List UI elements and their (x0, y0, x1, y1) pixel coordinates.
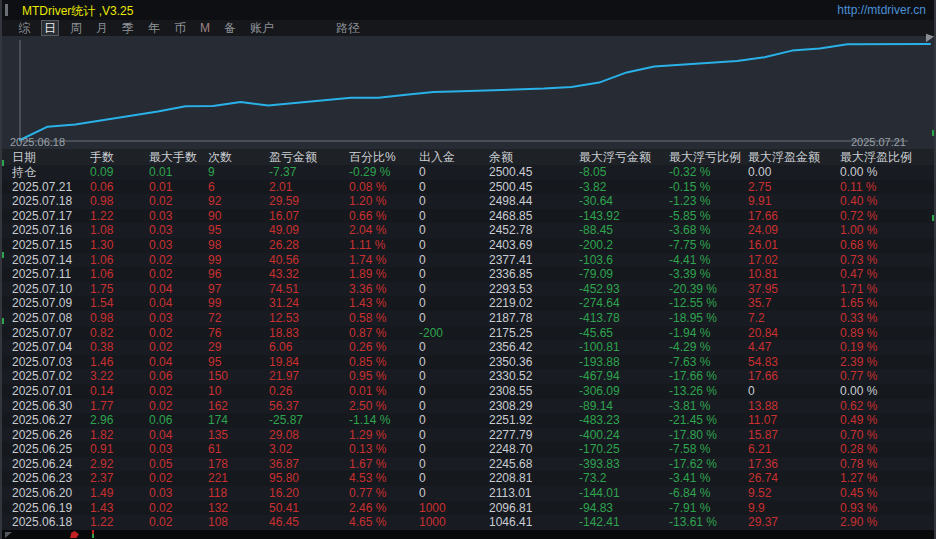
table-row[interactable]: 2025.07.180.980.029229.591.20 %02498.44-… (2, 194, 934, 209)
table-row[interactable]: 2025.07.031.460.049519.840.85 %02350.36-… (2, 355, 934, 370)
cell-pnl: 36.87 (269, 457, 349, 472)
table-row[interactable]: 2025.07.210.060.0162.010.08 %02500.45-3.… (2, 180, 934, 195)
cell-date: 2025.07.17 (12, 209, 90, 224)
cell-max-lots: 0.05 (149, 457, 208, 472)
menu-item-年[interactable]: 年 (146, 21, 162, 35)
daily-stats-table: 日期手数最大手数次数盈亏金额百分比%出入金余额最大浮亏金额最大浮亏比例最大浮盈金… (2, 149, 934, 530)
cell-max-float-profit: 11.07 (748, 413, 840, 428)
table-row[interactable]: 2025.06.261.820.0413529.081.29 %02277.79… (2, 428, 934, 443)
menu-item-日[interactable]: 日 (42, 21, 58, 35)
cell-date: 2025.06.27 (12, 413, 90, 428)
table-row[interactable]: 2025.07.070.820.027618.830.87 %-2002175.… (2, 326, 934, 341)
cell-balance: 2308.29 (489, 399, 579, 414)
menu-bar: 综日周月季年币M备账户 路径 (2, 20, 934, 36)
menu-item-周[interactable]: 周 (68, 21, 84, 35)
cell-max-float-profit: 26.74 (748, 471, 840, 486)
cell-date: 2025.07.16 (12, 223, 90, 238)
table-row[interactable]: 2025.07.023.220.0615021.970.95 %02330.52… (2, 369, 934, 384)
table-row[interactable]: 2025.06.201.490.0311816.200.77 %02113.01… (2, 486, 934, 501)
menu-item-账户[interactable]: 账户 (248, 21, 276, 35)
cell-max-float-profit: 54.83 (748, 355, 840, 370)
menu-item-月[interactable]: 月 (94, 21, 110, 35)
cell-percent: 0.77 % (349, 486, 419, 501)
cell-max-float-profit-pct: 0.62 % (840, 399, 936, 414)
cell-date: 2025.06.30 (12, 399, 90, 414)
website-link[interactable]: http://mtdriver.cn (837, 3, 926, 17)
cell-deposit: 0 (419, 413, 489, 428)
cell-max-float-profit-pct: 0.72 % (840, 209, 936, 224)
menu-item-季[interactable]: 季 (120, 21, 136, 35)
cell-percent: 2.50 % (349, 399, 419, 414)
menu-item-M[interactable]: M (198, 21, 212, 35)
menu-item-path[interactable]: 路径 (334, 21, 362, 35)
table-row[interactable]: 2025.06.232.370.0222195.804.53 %02208.81… (2, 471, 934, 486)
table-row[interactable]: 2025.07.010.140.02100.260.01 %02308.55-3… (2, 384, 934, 399)
cell-lots: 1.46 (90, 355, 149, 370)
cell-date: 2025.06.23 (12, 471, 90, 486)
table-row[interactable]: 2025.07.111.060.029643.321.89 %02336.85-… (2, 267, 934, 282)
cell-deposit: -200 (419, 326, 489, 341)
cell-trades: 76 (208, 326, 269, 341)
table-row[interactable]: 2025.06.181.220.0210846.454.65 %10001046… (2, 515, 934, 530)
cell-max-lots: 0.02 (149, 326, 208, 341)
cell-max-float-profit-pct: 1.65 % (840, 296, 936, 311)
table-row[interactable]: 2025.06.301.770.0216256.372.50 %02308.29… (2, 399, 934, 414)
table-row[interactable]: 2025.06.242.920.0517836.871.67 %02245.68… (2, 457, 934, 472)
cell-deposit: 0 (419, 355, 489, 370)
cell-pnl: 12.53 (269, 311, 349, 326)
equity-chart-panel: 2025.06.18 2025.07.21 (2, 36, 934, 149)
menu-item-币[interactable]: 币 (172, 21, 188, 35)
cell-balance: 2251.92 (489, 413, 579, 428)
menu-item-备[interactable]: 备 (222, 21, 238, 35)
cell-max-float-profit: 0.00 (748, 165, 840, 180)
cell-balance: 2377.41 (489, 253, 579, 268)
cell-max-float-profit-pct: 0.47 % (840, 267, 936, 282)
menu-item-综[interactable]: 综 (16, 21, 32, 35)
cell-pnl: 0.26 (269, 384, 349, 399)
cell-max-lots: 0.03 (149, 223, 208, 238)
cell-percent: -0.29 % (349, 165, 419, 180)
cell-date: 2025.06.18 (12, 515, 90, 530)
cell-percent: 1.74 % (349, 253, 419, 268)
cell-max-float-loss: -94.83 (579, 501, 669, 516)
cell-trades: 174 (208, 413, 269, 428)
table-row[interactable]: 2025.07.141.060.029940.561.74 %02377.41-… (2, 253, 934, 268)
cell-max-float-loss: -8.05 (579, 165, 669, 180)
cell-trades: 132 (208, 501, 269, 516)
table-row[interactable]: 2025.06.250.910.03613.020.13 %02248.70-1… (2, 442, 934, 457)
cell-lots: 1.77 (90, 399, 149, 414)
table-row[interactable]: 2025.07.151.300.039826.281.11 %02403.69-… (2, 238, 934, 253)
cell-max-float-loss: -200.2 (579, 238, 669, 253)
table-row[interactable]: 2025.07.080.980.037212.530.58 %02187.78-… (2, 311, 934, 326)
cell-lots: 2.96 (90, 413, 149, 428)
cell-lots: 1.22 (90, 515, 149, 530)
cell-max-float-profit-pct: 2.90 % (840, 515, 936, 530)
cell-max-lots: 0.03 (149, 311, 208, 326)
cell-balance: 2336.85 (489, 267, 579, 282)
table-row[interactable]: 2025.07.040.380.02296.060.26 %02356.42-1… (2, 340, 934, 355)
table-row[interactable]: 2025.06.191.430.0213250.412.46 %10002096… (2, 501, 934, 516)
cell-deposit: 0 (419, 238, 489, 253)
table-row[interactable]: 2025.07.161.080.039549.092.04 %02452.78-… (2, 223, 934, 238)
flag-icon (70, 531, 79, 538)
corner-grip-icon (5, 532, 12, 538)
cell-lots: 2.37 (90, 471, 149, 486)
table-row[interactable]: 持仓0.090.019-7.37-0.29 %02500.45-8.05-0.3… (2, 165, 934, 180)
cell-lots: 1.75 (90, 282, 149, 297)
cell-lots: 0.14 (90, 384, 149, 399)
cell-max-float-loss: -193.88 (579, 355, 669, 370)
cell-trades: 10 (208, 384, 269, 399)
cell-max-float-profit-pct: 1.00 % (840, 223, 936, 238)
cell-max-float-loss: -144.01 (579, 486, 669, 501)
cell-date: 2025.07.07 (12, 326, 90, 341)
cell-deposit: 0 (419, 428, 489, 443)
table-row[interactable]: 2025.06.272.960.06174-25.87-1.14 %02251.… (2, 413, 934, 428)
cell-max-lots: 0.02 (149, 340, 208, 355)
table-row[interactable]: 2025.07.091.540.049931.241.43 %02219.02-… (2, 296, 934, 311)
cell-max-float-profit: 7.2 (748, 311, 840, 326)
table-row[interactable]: 2025.07.101.750.049774.513.36 %02293.53-… (2, 282, 934, 297)
table-row[interactable]: 2025.07.171.220.039016.070.66 %02468.85-… (2, 209, 934, 224)
cell-date: 2025.07.02 (12, 369, 90, 384)
cell-max-float-loss: -45.65 (579, 326, 669, 341)
menu-items: 综日周月季年币M备账户 (2, 21, 276, 35)
